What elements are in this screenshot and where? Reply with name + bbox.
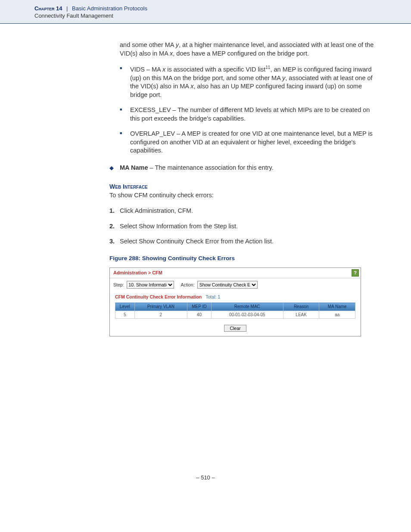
col-remote-mac: Remote MAC: [211, 303, 283, 311]
table-row: 5 2 40 00-01-02-03-04-05 LEAK aa: [115, 311, 355, 319]
chapter-title: Basic Administration Protocols: [72, 5, 147, 12]
col-primary-vlan: Primary VLAN: [134, 303, 187, 311]
content-area: and some other MA y, at a higher mainten…: [0, 24, 411, 354]
bullet-item-vids: VIDS – MA x is associated with a specifi…: [120, 65, 377, 99]
cell-level: 5: [115, 311, 135, 319]
chapter-separator: |: [66, 5, 68, 12]
ui-section-header: CFM Continuity Check Error Information T…: [110, 291, 361, 302]
table-header-row: Level Primary VLAN MEP ID Remote MAC Rea…: [115, 303, 355, 311]
bullet-item-excess: EXCESS_LEV – The number of different MD …: [120, 106, 377, 123]
figure-caption: Figure 288: Showing Continuity Check Err…: [109, 255, 377, 262]
chapter-line: Chapter 14 | Basic Administration Protoc…: [34, 5, 377, 12]
step-label: Step:: [113, 282, 124, 288]
clear-button-row: Clear: [110, 322, 361, 336]
section-title: CFM Continuity Check Error Information: [115, 294, 202, 299]
step-list: 1.Click Administration, CFM. 2.Select Sh…: [109, 207, 377, 246]
web-interface-intro: To show CFM continuity check errors:: [109, 191, 377, 200]
intro-paragraph: and some other MA y, at a higher mainten…: [120, 41, 377, 58]
diamond-item-ma-name: MA Name – The maintenance association fo…: [109, 164, 377, 172]
cfm-ui-panel: Administration > CFM ? Step: 10. Show In…: [109, 268, 361, 336]
col-level: Level: [115, 303, 135, 311]
step-1: 1.Click Administration, CFM.: [109, 207, 377, 215]
page-header: Chapter 14 | Basic Administration Protoc…: [0, 0, 411, 24]
step-select[interactable]: 10. Show Information: [127, 281, 174, 289]
bullet-item-overlap: OVERLAP_LEV – A MEP is created for one V…: [120, 130, 377, 155]
ui-top-bar: Administration > CFM ?: [110, 268, 361, 278]
action-select[interactable]: Show Continuity Check Error: [197, 281, 258, 289]
cell-mac: 00-01-02-03-04-05: [211, 311, 283, 319]
cell-maname: aa: [319, 311, 355, 319]
ui-controls-row: Step: 10. Show Information Action: Show …: [110, 278, 361, 291]
chapter-subtitle: Connectivity Fault Management: [34, 12, 377, 19]
cell-reason: LEAK: [283, 311, 319, 319]
clear-button[interactable]: Clear: [224, 325, 246, 332]
cell-mepid: 40: [187, 311, 212, 319]
error-table: Level Primary VLAN MEP ID Remote MAC Rea…: [115, 302, 355, 319]
col-mep-id: MEP ID: [187, 303, 212, 311]
col-ma-name: MA Name: [319, 303, 355, 311]
ma-name-label: MA Name: [120, 164, 148, 171]
cell-vlan: 2: [134, 311, 187, 319]
chapter-label: Chapter 14: [34, 5, 62, 12]
step-3: 3.Select Show Continuity Check Error fro…: [109, 237, 377, 246]
page-footer: – 510 –: [0, 474, 411, 494]
ma-name-text: – The maintenance association for this e…: [148, 164, 274, 171]
action-label: Action:: [181, 282, 195, 288]
web-interface-heading: Web Interface: [109, 183, 377, 191]
total-count: Total: 1: [206, 294, 220, 299]
ui-breadcrumb: Administration > CFM: [113, 270, 162, 276]
col-reason: Reason: [283, 303, 319, 311]
help-icon[interactable]: ?: [352, 269, 359, 277]
bullet-list: VIDS – MA x is associated with a specifi…: [120, 65, 377, 155]
step-2: 2.Select Show Information from the Step …: [109, 222, 377, 231]
